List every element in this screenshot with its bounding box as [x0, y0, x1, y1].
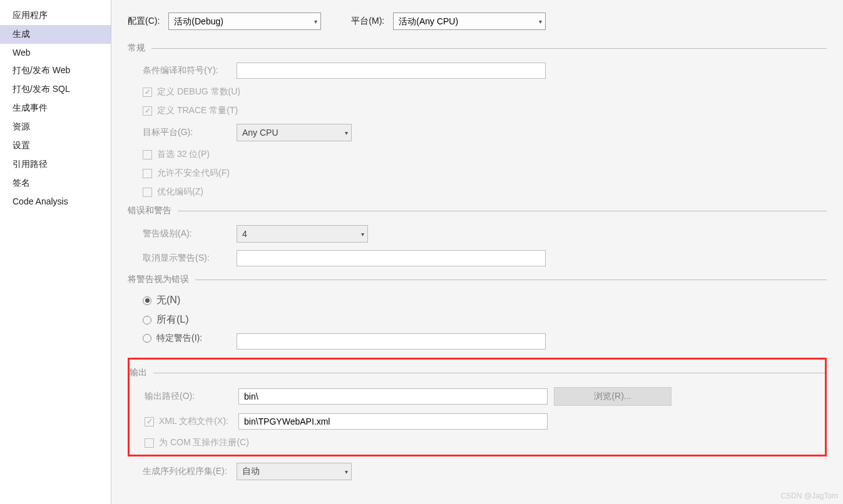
section-general: 常规 条件编译和符号(Y): 定义 DEBUG 常数(U) 定义 TRACE 常…	[128, 43, 827, 198]
sidebar-item-pack-sql[interactable]: 打包/发布 SQL	[0, 80, 111, 99]
warn-all-label: 所有(L)	[156, 313, 189, 326]
platform-select[interactable]: 活动(Any CPU)	[393, 13, 546, 30]
serialize-select[interactable]: 自动	[237, 463, 352, 480]
section-errors: 错误和警告 警告级别(A): 4 ▾ 取消显示警告(S):	[128, 205, 827, 266]
prefer-32bit-checkbox[interactable]: 首选 32 位(P)	[143, 149, 210, 160]
out-path-input[interactable]	[238, 388, 548, 405]
warn-specific-radio[interactable]: 特定警告(I):	[143, 333, 237, 344]
browse-button[interactable]: 浏览(R)...	[554, 387, 672, 406]
warn-specific-input[interactable]	[237, 333, 546, 350]
sidebar-item-build-events[interactable]: 生成事件	[0, 99, 111, 118]
section-output-title: 输出	[130, 367, 147, 378]
config-row: 配置(C): 活动(Debug) ▾ 平台(M): 活动(Any CPU) ▾	[128, 13, 827, 30]
cond-symbols-label: 条件编译和符号(Y):	[143, 65, 237, 76]
sidebar-item-pack-web[interactable]: 打包/发布 Web	[0, 61, 111, 80]
warn-level-select[interactable]: 4	[237, 225, 368, 243]
divider	[153, 373, 825, 373]
section-output: 输出 输出路径(O): 浏览(R)... XML 文档文件(X):	[128, 358, 827, 480]
radio-icon	[143, 296, 151, 305]
sidebar-item-settings[interactable]: 设置	[0, 136, 111, 155]
warn-level-label: 警告级别(A):	[143, 228, 237, 239]
warn-all-radio[interactable]: 所有(L)	[143, 313, 189, 326]
com-register-checkbox[interactable]: 为 COM 互操作注册(C)	[145, 437, 249, 448]
checkmark-icon	[145, 417, 154, 426]
section-warn-as-err: 将警告视为错误 无(N) 所有(L) 特定警告(I):	[128, 274, 827, 350]
checkbox-icon	[145, 438, 154, 448]
sidebar-item-sign[interactable]: 签名	[0, 174, 111, 193]
serialize-label: 生成序列化程序集(E):	[143, 466, 237, 477]
xml-doc-input[interactable]	[238, 413, 548, 430]
sidebar-item-app[interactable]: 应用程序	[0, 6, 111, 25]
suppress-warn-label: 取消显示警告(S):	[143, 253, 237, 264]
warn-specific-label: 特定警告(I):	[156, 333, 202, 344]
prefer-32bit-label: 首选 32 位(P)	[157, 149, 210, 160]
watermark: CSDN @JagTom	[780, 491, 838, 500]
checkmark-icon	[143, 88, 152, 97]
optimize-checkbox[interactable]: 优化编码(Z)	[143, 186, 203, 198]
divider	[178, 211, 827, 211]
com-register-label: 为 COM 互操作注册(C)	[159, 437, 249, 448]
divider	[151, 48, 827, 49]
checkbox-icon	[143, 150, 152, 159]
main-panel: 配置(C): 活动(Debug) ▾ 平台(M): 活动(Any CPU) ▾ …	[111, 0, 843, 504]
allow-unsafe-checkbox[interactable]: 允许不安全代码(F)	[143, 168, 230, 179]
section-general-title: 常规	[128, 43, 145, 54]
radio-icon	[143, 334, 151, 343]
xml-doc-label: XML 文档文件(X):	[159, 416, 228, 427]
config-select[interactable]: 活动(Debug)	[168, 13, 321, 30]
sidebar-item-refpath[interactable]: 引用路径	[0, 155, 111, 174]
out-path-label: 输出路径(O):	[145, 391, 238, 402]
checkbox-icon	[143, 169, 152, 178]
section-errors-title: 错误和警告	[128, 205, 171, 216]
xml-doc-checkbox[interactable]: XML 文档文件(X):	[145, 416, 238, 427]
section-warn-as-err-title: 将警告视为错误	[128, 274, 189, 285]
sidebar-item-web[interactable]: Web	[0, 44, 111, 61]
highlight-box: 输出 输出路径(O): 浏览(R)... XML 文档文件(X):	[128, 358, 827, 456]
cond-symbols-input[interactable]	[237, 63, 546, 79]
warn-none-label: 无(N)	[156, 294, 180, 307]
define-trace-label: 定义 TRACE 常量(T)	[157, 105, 238, 116]
sidebar-item-resources[interactable]: 资源	[0, 118, 111, 136]
suppress-warn-input[interactable]	[237, 250, 546, 266]
checkbox-icon	[143, 188, 152, 197]
optimize-label: 优化编码(Z)	[157, 186, 203, 198]
target-platform-select[interactable]: Any CPU	[237, 124, 352, 141]
sidebar-item-build[interactable]: 生成	[0, 25, 111, 44]
define-trace-checkbox[interactable]: 定义 TRACE 常量(T)	[143, 105, 238, 116]
platform-label: 平台(M):	[351, 16, 384, 27]
radio-icon	[143, 316, 151, 325]
define-debug-label: 定义 DEBUG 常数(U)	[157, 86, 240, 98]
divider	[195, 280, 827, 280]
target-platform-label: 目标平台(G):	[143, 127, 237, 138]
allow-unsafe-label: 允许不安全代码(F)	[157, 168, 230, 179]
sidebar: 应用程序 生成 Web 打包/发布 Web 打包/发布 SQL 生成事件 资源 …	[0, 0, 111, 504]
sidebar-item-code-analysis[interactable]: Code Analysis	[0, 193, 111, 210]
warn-none-radio[interactable]: 无(N)	[143, 294, 180, 307]
config-label: 配置(C):	[128, 16, 160, 27]
checkmark-icon	[143, 106, 152, 116]
define-debug-checkbox[interactable]: 定义 DEBUG 常数(U)	[143, 86, 240, 98]
